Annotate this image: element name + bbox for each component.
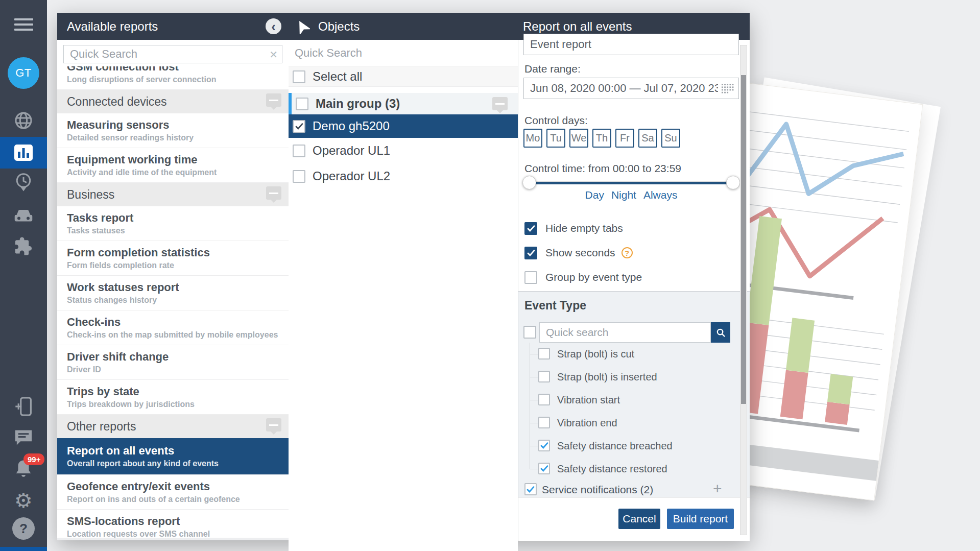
sidebar-item-fleet[interactable] [0, 206, 47, 226]
report-list-item[interactable]: SMS-locations reportLocation requests ov… [57, 510, 289, 538]
object-row[interactable]: Demo gh5200 [289, 114, 518, 138]
available-reports-header: Available reports ‹ [57, 13, 289, 40]
sidebar-item-add-device[interactable] [0, 396, 47, 417]
slider-handle-end[interactable] [726, 176, 740, 189]
sidebar-item-reports[interactable] [0, 143, 47, 162]
event-type-row[interactable]: Vibration start [518, 389, 750, 412]
event-type-list: Strap (bolt) is cutStrap (bolt) is inser… [518, 343, 750, 485]
available-reports-title: Available reports [67, 19, 158, 34]
report-list-item[interactable]: GSM connection lostLong disruptions of s… [57, 66, 289, 90]
object-checkbox[interactable] [293, 145, 305, 157]
option-row[interactable]: Hide empty tabs [524, 221, 623, 235]
option-row[interactable]: Group by event type [524, 270, 642, 284]
report-item-subtitle: Long disruptions of server connection [67, 74, 281, 85]
day-toggle[interactable]: Sa [638, 129, 657, 148]
user-avatar[interactable]: GT [0, 57, 47, 89]
event-type-checkbox[interactable] [538, 440, 550, 451]
event-type-row[interactable]: Strap (bolt) is inserted [518, 366, 750, 389]
report-list-item[interactable]: Work statuses reportStatus changes histo… [57, 276, 289, 310]
time-preset-link[interactable]: Night [611, 189, 636, 201]
event-type-row[interactable]: Safety distance breached [518, 435, 750, 458]
time-preset-link[interactable]: Day [585, 189, 604, 201]
day-toggle[interactable]: Th [592, 129, 611, 148]
object-row[interactable]: Operador UL1 [289, 138, 518, 163]
object-row[interactable]: Main group (3) [289, 93, 518, 114]
day-toggle[interactable]: Tu [546, 129, 565, 148]
report-section[interactable]: Other reports [57, 415, 289, 438]
scrollbar-thumb[interactable] [741, 75, 746, 404]
date-range-input[interactable] [523, 78, 739, 99]
objects-search-input[interactable] [289, 40, 518, 66]
report-list-item[interactable]: Tasks reportTasks statuses [57, 206, 289, 241]
help-circle-icon[interactable]: ? [622, 247, 633, 258]
slider-handle-start[interactable] [522, 176, 536, 189]
report-list-item[interactable]: Geofence entry/exit eventsReport on ins … [57, 475, 289, 510]
report-list-item[interactable]: Check-insCheck-ins on the map submitted … [57, 310, 289, 345]
event-type-row[interactable]: Safety distance restored [518, 458, 750, 481]
object-checkbox[interactable] [293, 170, 305, 183]
time-preset-link[interactable]: Always [643, 189, 678, 201]
sidebar-item-history[interactable] [0, 172, 47, 194]
report-list-item[interactable]: Measuring sensorsDetailed sensor reading… [57, 113, 289, 148]
sidebar-item-apps[interactable] [0, 236, 47, 256]
reports-list: GSM connection lostLong disruptions of s… [57, 66, 289, 538]
menu-button[interactable] [0, 17, 47, 32]
service-notifications-checkbox[interactable] [524, 483, 537, 495]
panel-scrollbar[interactable] [740, 45, 747, 535]
report-list-item[interactable]: Form completion statisticsForm fields co… [57, 241, 289, 276]
build-report-button[interactable]: Build report [667, 509, 734, 529]
object-label: Select all [313, 69, 362, 84]
report-section[interactable]: Business [57, 183, 289, 206]
object-checkbox[interactable] [296, 98, 308, 110]
report-type-input[interactable] [523, 34, 739, 55]
event-type-search-input[interactable] [539, 322, 711, 343]
collapse-minus-icon[interactable] [266, 186, 281, 200]
report-item-title: Measuring sensors [67, 118, 281, 132]
bar-chart-icon [14, 144, 33, 161]
collapse-panel-button[interactable]: ‹ [266, 18, 281, 34]
day-toggle[interactable]: Fr [615, 129, 634, 148]
option-checkbox[interactable] [524, 271, 537, 284]
day-toggle[interactable]: We [569, 129, 588, 148]
event-type-checkbox[interactable] [538, 371, 550, 382]
event-type-checkbox[interactable] [538, 394, 550, 405]
event-type-checkbox[interactable] [538, 348, 550, 360]
object-label: Demo gh5200 [313, 119, 390, 133]
collapse-minus-icon[interactable] [266, 418, 281, 432]
event-type-select-all-checkbox[interactable] [523, 326, 536, 339]
object-row[interactable]: Operador UL2 [289, 163, 518, 189]
clear-search-icon[interactable]: ✕ [269, 49, 278, 61]
report-section[interactable]: Connected devices [57, 90, 289, 113]
day-toggle[interactable]: Mo [523, 129, 542, 148]
object-checkbox[interactable] [293, 120, 305, 133]
control-time-slider[interactable] [523, 176, 739, 190]
report-list-item[interactable]: Driver shift changeDriver ID [57, 345, 289, 380]
sidebar-item-settings[interactable]: ⚙ [0, 489, 47, 512]
object-row[interactable]: Select all [289, 67, 518, 87]
report-list-item[interactable]: Report on all eventsOverall report about… [57, 438, 289, 475]
cancel-button[interactable]: Cancel [618, 509, 660, 529]
sidebar-item-messages[interactable] [0, 428, 47, 447]
service-notifications-row[interactable]: Service notifications (2) + [518, 483, 750, 498]
reports-search-input[interactable] [63, 45, 282, 63]
day-toggle[interactable]: Su [661, 129, 680, 148]
navigation-arrow-icon [295, 19, 310, 34]
report-list-item[interactable]: Equipment working timeActivity and idle … [57, 148, 289, 183]
calendar-icon[interactable] [722, 84, 734, 93]
option-row[interactable]: Show seconds? [524, 246, 633, 260]
event-type-row[interactable]: Strap (bolt) is cut [518, 343, 750, 366]
expand-plus-icon[interactable]: + [713, 480, 722, 497]
option-checkbox[interactable] [524, 222, 537, 235]
event-type-row[interactable]: Vibration end [518, 412, 750, 435]
report-list-item[interactable]: Trips by stateTrips breakdown by jurisdi… [57, 380, 289, 415]
collapse-minus-icon[interactable] [492, 97, 508, 110]
event-type-checkbox[interactable] [538, 463, 550, 474]
car-icon [13, 207, 34, 225]
event-type-checkbox[interactable] [538, 417, 550, 428]
option-checkbox[interactable] [524, 247, 537, 259]
object-checkbox[interactable] [293, 70, 305, 83]
event-type-search-button[interactable] [711, 322, 730, 343]
sidebar-item-map[interactable] [0, 110, 47, 131]
sidebar-item-help[interactable]: ? [0, 517, 47, 540]
collapse-minus-icon[interactable] [266, 93, 281, 107]
